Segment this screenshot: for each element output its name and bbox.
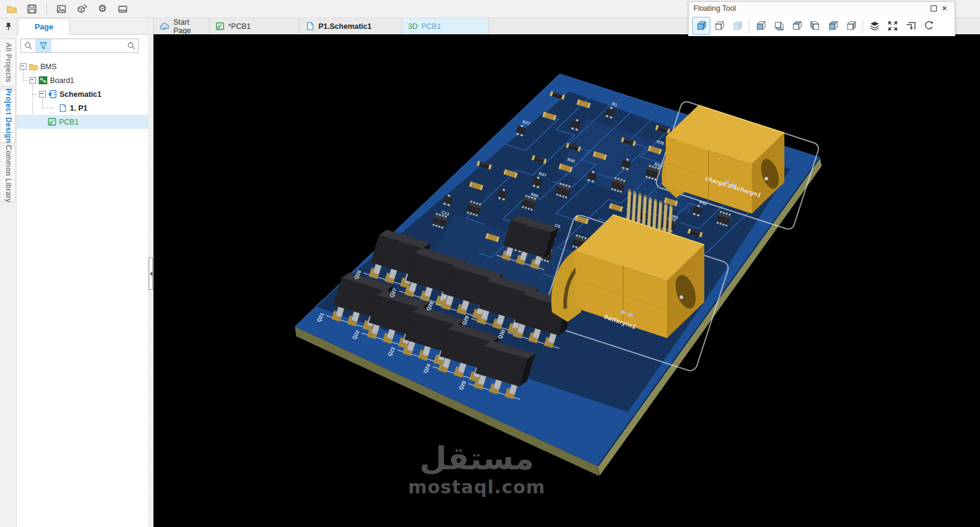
tree-item-schematic1[interactable]: Schematic1	[39, 87, 101, 101]
view-wireframe-button[interactable]	[710, 17, 728, 35]
view-solid-button[interactable]	[692, 17, 710, 35]
rotate-view-button[interactable]	[920, 17, 938, 35]
sidebar-splitter[interactable]	[148, 18, 154, 527]
left-view-cube-icon	[809, 20, 821, 32]
transparent-cube-icon	[731, 20, 743, 32]
layers-icon	[869, 20, 881, 32]
export-view-button[interactable]	[902, 17, 920, 35]
filter-button[interactable]	[36, 39, 51, 52]
gear-icon: ⚙	[98, 2, 107, 15]
pcb-icon	[216, 22, 225, 31]
pushpin-icon	[4, 22, 13, 31]
front-view-cube-icon	[755, 20, 767, 32]
view-top-button[interactable]	[788, 17, 806, 35]
tree-guide	[33, 94, 37, 94]
filter-funnel-icon	[39, 42, 48, 50]
save-button[interactable]	[24, 1, 40, 17]
view-transparent-button[interactable]	[728, 17, 746, 35]
left-tab-strip: All Projects Project Design Common Libra…	[0, 18, 17, 527]
rotate-icon	[923, 20, 935, 32]
toolbar-separator	[46, 3, 47, 15]
export-image-button[interactable]	[54, 1, 69, 17]
maximize-icon	[931, 5, 937, 11]
tree-item-p1[interactable]: 1. P1	[56, 101, 87, 115]
layers-button[interactable]	[866, 17, 884, 35]
tree-selection-highlight	[16, 115, 148, 129]
collapse-expander[interactable]	[29, 77, 36, 84]
pcb-3d-scene[interactable]: R1R14R26R27R33R40R42R47R50R55IC4C6C13C14…	[154, 34, 980, 527]
top-view-cube-icon	[791, 20, 803, 32]
3d-badge: 3D	[408, 22, 418, 31]
view-left-button[interactable]	[806, 17, 824, 35]
bottom-view-cube-icon	[773, 20, 785, 32]
tree-item-bms[interactable]: BMS	[20, 60, 57, 73]
image-icon	[55, 3, 67, 15]
right-view-cube-icon	[845, 20, 857, 32]
maximize-button[interactable]	[928, 4, 939, 13]
tab-pcb1-editor[interactable]: *PCB1	[209, 18, 300, 34]
cube-3d-icon	[76, 3, 88, 15]
view-back-button[interactable]	[824, 17, 842, 35]
view-3d-button[interactable]	[74, 1, 90, 17]
back-view-cube-icon	[827, 20, 839, 32]
pin-sidebar-button[interactable]	[4, 22, 13, 31]
sidebar-header: Page	[16, 18, 148, 35]
floating-tool-panel: Floating Tool ✕	[688, 1, 955, 36]
search-submit-button[interactable]	[125, 39, 138, 52]
board-icon	[39, 76, 48, 85]
schematic-icon	[48, 90, 57, 99]
page-tab[interactable]: Page	[18, 18, 70, 35]
floating-tool-title: Floating Tool	[693, 4, 928, 13]
view-right-button[interactable]	[842, 17, 860, 35]
search-button[interactable]	[21, 39, 36, 52]
search-icon	[24, 42, 33, 50]
folder-icon	[5, 3, 17, 15]
search-input[interactable]	[51, 39, 125, 52]
open-project-button[interactable]	[4, 1, 19, 17]
close-button[interactable]: ✕	[939, 4, 950, 13]
toolbar-separator	[749, 19, 749, 32]
tab-start-page[interactable]: Start Page	[154, 18, 209, 34]
eda-application-window: { "app": { "main_toolbar": { "icons": ["…	[0, 0, 980, 527]
sidebar-tab-common-library[interactable]: Common Library	[1, 146, 16, 202]
cloud-icon	[160, 22, 170, 31]
floating-tool-titlebar[interactable]: Floating Tool ✕	[689, 2, 955, 15]
tree-guide	[42, 108, 54, 108]
project-sidebar: Page BMS Board1 Schematic1 1.	[16, 18, 148, 527]
wireframe-cube-icon	[713, 20, 725, 32]
sheet-icon	[306, 22, 315, 31]
save-icon	[26, 3, 38, 15]
collapse-expander[interactable]	[39, 91, 46, 97]
solid-cube-icon	[695, 20, 707, 32]
collapse-expander[interactable]	[20, 63, 26, 70]
tree-guide	[23, 80, 28, 81]
sidebar-tab-project-design[interactable]: Project Design	[1, 89, 16, 143]
pcb-icon	[48, 117, 57, 126]
3d-viewport[interactable]: R1R14R26R27R33R40R42R47R50R55IC4C6C13C14…	[154, 34, 980, 527]
panels-button[interactable]	[115, 1, 131, 17]
tab-p1-schematic1[interactable]: P1.Schematic1	[300, 18, 402, 34]
sidebar-tab-all-projects[interactable]: All Projects	[1, 39, 16, 87]
zoom-fit-button[interactable]	[884, 17, 902, 35]
splitter-collapse-handle[interactable]	[149, 257, 153, 290]
tree-item-pcb1[interactable]: PCB1	[45, 115, 79, 129]
tree-item-board1[interactable]: Board1	[29, 73, 74, 87]
floating-toolbar	[689, 15, 955, 36]
folder-icon	[29, 62, 38, 71]
settings-button[interactable]: ⚙	[95, 1, 110, 17]
sidebar-search-bar	[20, 39, 138, 53]
toolbar-separator	[863, 19, 863, 32]
page-icon	[58, 103, 67, 112]
export-icon	[905, 20, 917, 32]
panel-layout-icon	[117, 3, 129, 15]
view-front-button[interactable]	[752, 17, 770, 35]
tab-3d-pcb1[interactable]: 3D PCB1	[402, 18, 489, 34]
fit-screen-icon	[887, 20, 899, 32]
view-bottom-button[interactable]	[770, 17, 788, 35]
search-icon	[127, 42, 135, 50]
